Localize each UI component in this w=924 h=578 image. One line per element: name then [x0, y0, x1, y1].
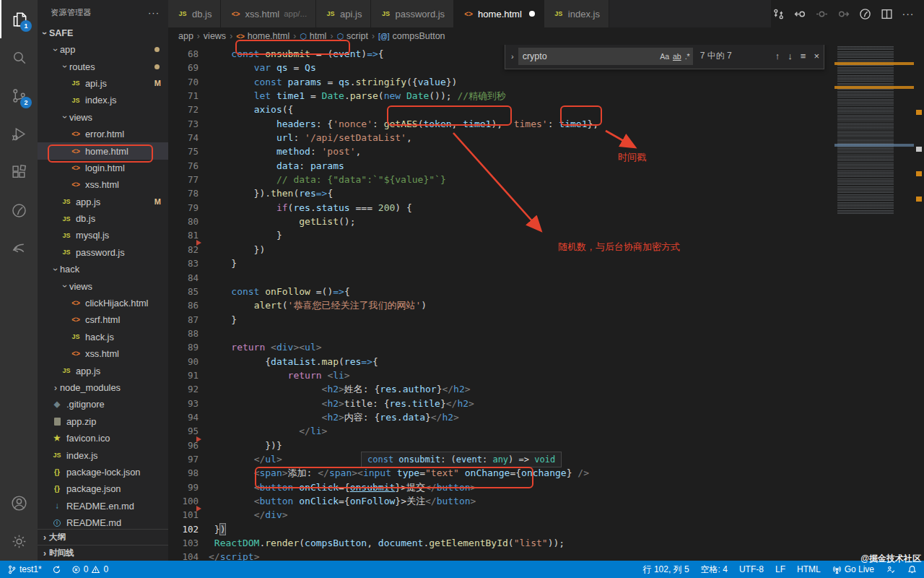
regex-toggle[interactable]: .*: [685, 52, 690, 61]
line-number[interactable]: 88: [168, 327, 209, 340]
tree-file-mysql.js[interactable]: JSmysql.js: [38, 227, 168, 243]
tree-file-csrf.html[interactable]: <>csrf.html: [38, 311, 168, 328]
tree-file-app.js[interactable]: JSapp.js: [38, 362, 168, 379]
tree-file-db.js[interactable]: JSdb.js: [38, 210, 168, 227]
tree-folder-views[interactable]: ›views: [38, 277, 168, 294]
nav-back-button[interactable]: [793, 7, 807, 21]
notifications-bell[interactable]: [907, 565, 917, 574]
code-line[interactable]: 88: [168, 327, 834, 340]
line-number[interactable]: 103: [168, 536, 209, 550]
tree-file-xss.html[interactable]: <>xss.html: [38, 176, 168, 193]
code-line[interactable]: 103 ReactDOM.render(compsButton, documen…: [168, 536, 834, 550]
line-number[interactable]: 73: [168, 117, 209, 131]
workspace-root-folder[interactable]: › SAFE: [38, 25, 168, 41]
status-html[interactable]: HTML: [797, 564, 821, 574]
find-close-button[interactable]: ×: [814, 51, 819, 61]
tree-file-app.js[interactable]: JSapp.jsM: [38, 194, 168, 210]
line-number[interactable]: 70: [168, 75, 209, 89]
code-line[interactable]: 85 const onFollow =()=>{: [168, 285, 834, 298]
tab-xss.html[interactable]: <>xss.htmlapp/...: [221, 0, 316, 27]
tab-password.js[interactable]: JSpassword.js: [371, 0, 454, 27]
code-line[interactable]: 91 return <li>: [168, 368, 834, 382]
code-line[interactable]: 101 </div>: [168, 508, 834, 522]
status-go-live[interactable]: Go Live: [832, 564, 874, 574]
code-line[interactable]: 96 })}: [168, 439, 834, 452]
code-line[interactable]: 72 axios({: [168, 103, 834, 116]
code-line[interactable]: 102 }): [168, 522, 834, 536]
line-number[interactable]: 104: [168, 550, 209, 561]
sidebar-section-outline[interactable]: ›大纲: [38, 529, 168, 545]
activity-bar-explorer[interactable]: 1: [0, 0, 38, 38]
tab-db.js[interactable]: JSdb.js: [168, 0, 221, 27]
tree-file-home.html[interactable]: <>home.html: [38, 142, 168, 159]
line-number[interactable]: 102: [168, 522, 209, 536]
find-next-button[interactable]: ↓: [788, 51, 793, 61]
line-number[interactable]: 80: [168, 215, 209, 228]
code-line[interactable]: 75 method: 'post',: [168, 144, 834, 158]
sync-button[interactable]: [52, 565, 61, 574]
line-number[interactable]: 79: [168, 201, 209, 215]
activity-bar-account[interactable]: [0, 484, 38, 522]
code-line[interactable]: 87 }: [168, 313, 834, 327]
line-number[interactable]: 78: [168, 186, 209, 200]
activity-bar-source-control[interactable]: 2: [0, 77, 38, 115]
breadcrumb-item-script[interactable]: ⬡script: [336, 31, 367, 41]
code-line[interactable]: 95 </li>: [168, 424, 834, 438]
overview-ruler[interactable]: [914, 45, 924, 561]
code-line[interactable]: 74 url: '/api/setDataList',: [168, 131, 834, 144]
prettier-indicator[interactable]: [886, 565, 896, 574]
line-number[interactable]: 98: [168, 466, 209, 480]
code-line[interactable]: 100 <button onClick={onFollow}>关注</butto…: [168, 494, 834, 508]
activity-bar-extensions[interactable]: [0, 153, 38, 191]
line-number[interactable]: 93: [168, 397, 209, 410]
line-number[interactable]: 86: [168, 298, 209, 312]
line-number[interactable]: 81: [168, 228, 209, 242]
line-number[interactable]: 94: [168, 410, 209, 424]
tree-folder-hack[interactable]: ›hack: [38, 261, 168, 277]
code-line[interactable]: 98 <span>添加: </span><input type="text" o…: [168, 466, 834, 480]
tree-folder-routes[interactable]: ›routes: [38, 58, 168, 74]
tree-folder-node-modules[interactable]: ›node_modules: [38, 379, 168, 396]
tree-file-api.js[interactable]: JSapi.jsM: [38, 75, 168, 92]
code-line[interactable]: 76 data: params: [168, 159, 834, 173]
code-line[interactable]: 82 }): [168, 243, 834, 256]
breadcrumb-item-html[interactable]: ⬡html: [300, 31, 326, 41]
status-----4[interactable]: 空格: 4: [701, 564, 728, 576]
line-number[interactable]: 84: [168, 271, 209, 285]
tree-file-package.json[interactable]: {}package.json: [38, 480, 168, 497]
tree-file-package-lock.json[interactable]: {}package-lock.json: [38, 464, 168, 480]
tree-file-xss.html[interactable]: <>xss.html: [38, 345, 168, 362]
status-utf-8[interactable]: UTF-8: [739, 564, 764, 574]
code-line[interactable]: 77 // data: {"data":`"${value}"`}: [168, 173, 834, 186]
tree-file-index.js[interactable]: JSindex.js: [38, 92, 168, 108]
find-in-selection-button[interactable]: ≡: [801, 51, 806, 61]
status---102----5[interactable]: 行 102, 列 5: [643, 564, 689, 576]
code-line[interactable]: 79 if(res.status === 200) {: [168, 201, 834, 215]
line-number[interactable]: 77: [168, 173, 209, 186]
line-number[interactable]: 99: [168, 480, 209, 494]
line-number[interactable]: 71: [168, 89, 209, 103]
code-line[interactable]: 92 <h2>姓名: {res.author}</h2>: [168, 382, 834, 396]
code-line[interactable]: 84: [168, 271, 834, 285]
activity-bar-run-debug[interactable]: [0, 115, 38, 153]
line-number[interactable]: 92: [168, 382, 209, 396]
tree-file-clickHijack.html[interactable]: <>clickHijack.html: [38, 295, 168, 311]
code-line[interactable]: 81 }: [168, 228, 834, 242]
more-actions-button[interactable]: ···: [901, 7, 915, 21]
git-branch-indicator[interactable]: test1*: [7, 564, 42, 574]
line-number[interactable]: 96: [168, 439, 209, 452]
tab-api.js[interactable]: JSapi.js: [316, 0, 371, 27]
line-number[interactable]: 97: [168, 452, 209, 466]
line-number[interactable]: 69: [168, 61, 209, 74]
split-editor-button[interactable]: [879, 7, 894, 21]
toggle-replace-chevron[interactable]: ›: [507, 52, 518, 61]
tree-file-password.js[interactable]: JSpassword.js: [38, 244, 168, 261]
line-number[interactable]: 72: [168, 103, 209, 116]
code-line[interactable]: 104</script>: [168, 550, 834, 561]
code-line[interactable]: 70 const params = qs.stringify({value}): [168, 75, 834, 89]
code-line[interactable]: 89 return <div><ul>: [168, 340, 834, 354]
tree-folder-app[interactable]: ›app: [38, 41, 168, 58]
line-number[interactable]: 89: [168, 340, 209, 354]
line-number[interactable]: 90: [168, 355, 209, 368]
whole-word-toggle[interactable]: ab: [673, 52, 681, 61]
